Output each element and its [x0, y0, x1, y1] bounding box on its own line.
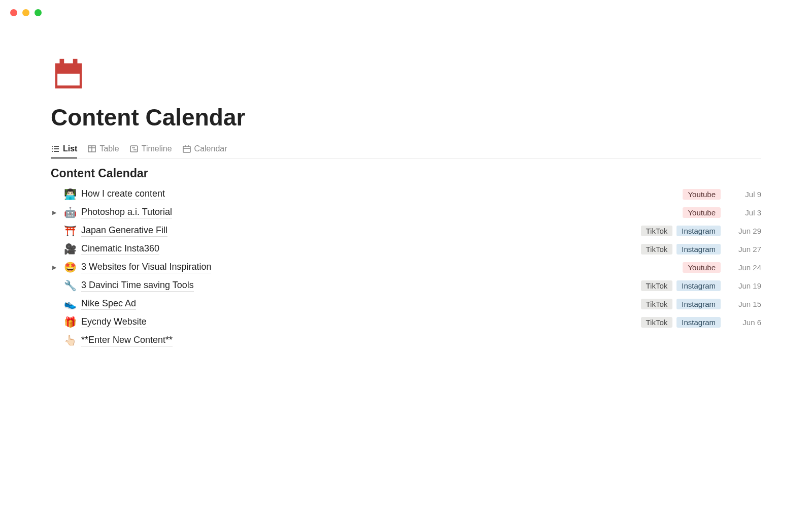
database-title[interactable]: Content Calendar [51, 167, 761, 180]
item-date: Jun 24 [733, 263, 761, 272]
item-title[interactable]: Nike Spec Ad [81, 298, 136, 310]
tag-instagram[interactable]: Instagram [676, 317, 721, 328]
page-title[interactable]: Content Calendar [51, 104, 761, 131]
list-item[interactable]: ⛩️Japan Generative FillTikTokInstagramJu… [51, 223, 761, 238]
item-date: Jul 9 [733, 190, 761, 199]
item-tags: TikTokInstagram [641, 317, 721, 328]
item-tags: TikTokInstagram [641, 280, 721, 291]
item-date: Jun 15 [733, 300, 761, 308]
item-date: Jun 29 [733, 227, 761, 235]
svg-rect-16 [183, 146, 190, 152]
tag-tiktok[interactable]: TikTok [641, 317, 673, 328]
item-emoji-icon: 🔧 [64, 279, 75, 292]
item-title[interactable]: How I create content [81, 188, 165, 200]
content-list: 👨🏻‍💻How I create contentYoutubeJul 9▶🤖Ph… [51, 186, 761, 348]
expand-toggle-icon[interactable]: ▶ [51, 264, 58, 271]
svg-rect-2 [60, 59, 64, 67]
tab-timeline[interactable]: Timeline [129, 140, 172, 158]
item-tags: TikTokInstagram [641, 244, 721, 255]
item-emoji-icon: 👟 [64, 298, 75, 310]
list-item[interactable]: 🎥Cinematic Insta360TikTokInstagramJun 27 [51, 241, 761, 257]
window-traffic-lights [0, 0, 812, 25]
item-tags: Youtube [683, 262, 721, 273]
item-title[interactable]: Cinematic Insta360 [81, 243, 159, 255]
tab-calendar[interactable]: Calendar [182, 140, 227, 158]
item-emoji-icon: 👆🏻 [64, 334, 75, 346]
tab-label: Table [99, 144, 119, 153]
item-title[interactable]: Photoshop a.i. Tutorial [81, 207, 172, 218]
view-tabs: ListTableTimelineCalendar [51, 140, 761, 158]
tag-instagram[interactable]: Instagram [676, 244, 721, 255]
timeline-icon [129, 144, 139, 153]
svg-point-8 [52, 148, 53, 149]
item-emoji-icon: 👨🏻‍💻 [64, 188, 75, 200]
item-date: Jul 3 [733, 208, 761, 217]
item-date: Jun 27 [733, 245, 761, 253]
tag-tiktok[interactable]: TikTok [641, 280, 673, 291]
item-date: Jun 19 [733, 281, 761, 290]
item-tags: Youtube [683, 189, 721, 200]
tag-youtube[interactable]: Youtube [683, 189, 721, 200]
list-item[interactable]: 👨🏻‍💻How I create contentYoutubeJul 9 [51, 186, 761, 202]
item-tags: TikTokInstagram [641, 299, 721, 309]
list-item[interactable]: 👆🏻**Enter New Content** [51, 333, 761, 348]
tab-list[interactable]: List [51, 140, 77, 158]
tab-label: Calendar [194, 144, 227, 153]
tag-youtube[interactable]: Youtube [683, 262, 721, 273]
svg-rect-3 [73, 59, 78, 67]
item-title[interactable]: Japan Generative Fill [81, 225, 167, 237]
list-item[interactable]: 👟Nike Spec AdTikTokInstagramJun 15 [51, 296, 761, 311]
tab-label: Timeline [142, 144, 172, 153]
tag-tiktok[interactable]: TikTok [641, 299, 673, 309]
item-emoji-icon: 🤖 [64, 206, 75, 218]
minimize-window-button[interactable] [22, 9, 29, 16]
maximize-window-button[interactable] [35, 9, 42, 16]
tab-table[interactable]: Table [87, 140, 119, 158]
list-item[interactable]: 🎁Eycndy WebsiteTikTokInstagramJun 6 [51, 314, 761, 330]
item-tags: TikTokInstagram [641, 226, 721, 236]
page-icon-calendar[interactable] [51, 56, 761, 93]
list-icon [51, 144, 60, 153]
item-emoji-icon: 🎁 [64, 316, 75, 328]
tag-instagram[interactable]: Instagram [676, 299, 721, 309]
item-emoji-icon: 🎥 [64, 243, 75, 255]
tag-instagram[interactable]: Instagram [676, 280, 721, 291]
item-title[interactable]: Eycndy Website [81, 316, 147, 328]
item-tags: Youtube [683, 207, 721, 218]
tag-youtube[interactable]: Youtube [683, 207, 721, 218]
item-title[interactable]: **Enter New Content** [81, 335, 173, 346]
list-item[interactable]: ▶🤖Photoshop a.i. TutorialYoutubeJul 3 [51, 205, 761, 220]
table-icon [87, 144, 96, 153]
tag-tiktok[interactable]: TikTok [641, 226, 673, 236]
expand-toggle-icon[interactable]: ▶ [51, 209, 58, 216]
item-title[interactable]: 3 Davinci Time saving Tools [81, 280, 194, 292]
item-title[interactable]: 3 Websites for Visual Inspiration [81, 262, 211, 273]
item-date: Jun 6 [733, 318, 761, 327]
tag-instagram[interactable]: Instagram [676, 226, 721, 236]
item-emoji-icon: 🤩 [64, 261, 75, 273]
svg-rect-1 [57, 74, 80, 85]
item-emoji-icon: ⛩️ [64, 225, 75, 237]
svg-point-7 [52, 146, 53, 147]
list-item[interactable]: 🔧3 Davinci Time saving ToolsTikTokInstag… [51, 278, 761, 293]
tab-label: List [63, 144, 77, 153]
tag-tiktok[interactable]: TikTok [641, 244, 673, 255]
close-window-button[interactable] [10, 9, 17, 16]
calendar-icon [182, 144, 191, 153]
list-item[interactable]: ▶🤩3 Websites for Visual InspirationYoutu… [51, 260, 761, 275]
svg-point-9 [52, 151, 53, 152]
svg-rect-13 [130, 146, 138, 152]
